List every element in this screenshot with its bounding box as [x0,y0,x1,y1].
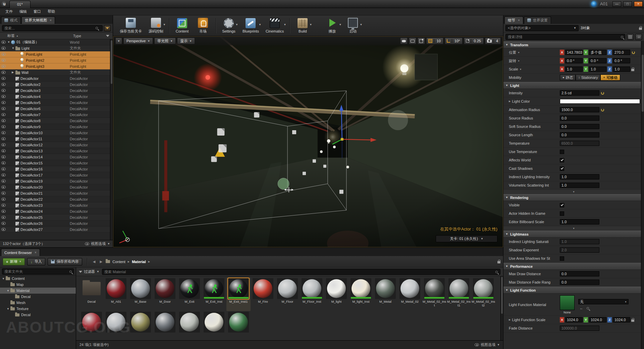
scale-snap-value[interactable]: 0.25 [471,39,483,43]
outliner-filter-button[interactable] [104,25,111,31]
outliner-row[interactable]: DecalActor19DecalActor [0,178,113,184]
section-header-performance[interactable]: ▼Performance [503,263,644,270]
asset-item[interactable]: M_Door [153,278,177,311]
toolbar-button-source-control[interactable]: ▼源码控制 [145,16,167,35]
close-icon[interactable]: × [518,18,520,22]
back-button[interactable]: ◀ [92,260,97,263]
maximize-viewport-button[interactable] [418,38,425,44]
tab-content-browser[interactable]: Content Browser× [1,249,40,256]
outliner-row[interactable]: DecalActor7DecalActor [0,112,113,118]
outliner-row[interactable]: DecalActor20DecalActor [0,184,113,190]
mobility-option-2[interactable]: +可移动 [600,74,620,81]
asset-item[interactable]: M_Metal_02 [398,278,422,311]
outliner-row[interactable]: ▼Light文件夹 [0,45,113,51]
outliner-row[interactable]: DecalActor3DecalActor [0,88,113,94]
camera-speed-control[interactable]: 4 [485,38,501,44]
dropdown-arrow-icon[interactable]: ▼ [259,23,261,26]
viewport-options-button[interactable]: ▼ [115,38,122,44]
z-value-field[interactable]: 0.0 ° [613,58,630,63]
y-value-field[interactable]: 多个值 [589,50,606,55]
material-select-dropdown[interactable]: 无▼ [578,299,629,304]
add-new-button[interactable]: + 新增 ▼ [3,258,25,265]
outliner-row[interactable]: DecalActor15DecalActor [0,160,113,166]
visibility-toggle[interactable] [0,228,7,231]
visibility-toggle[interactable] [0,65,7,68]
asset-item[interactable] [153,311,177,340]
expand-arrow-icon[interactable]: ▶ [509,318,511,321]
outliner-row[interactable]: DecalActor14DecalActor [0,154,113,160]
tab-details[interactable]: 细节× [504,16,523,24]
outliner-row[interactable]: DecalActor25DecalActor [0,214,113,220]
outliner-row[interactable]: ▶Wall文件夹 [0,69,113,76]
game-view-button[interactable] [400,38,408,44]
z-value-field[interactable]: 270.0 [613,50,630,55]
visibility-toggle[interactable] [0,41,7,44]
outliner-row[interactable]: DecalActorDecalActor [0,76,113,82]
visibility-toggle[interactable] [0,59,7,62]
asset-item[interactable]: M_Metal_02_Inst2 [471,278,495,311]
asset-item[interactable]: M_Exit_Inst [202,278,226,311]
toolbar-button-blueprints[interactable]: ▼Blueprints [239,16,262,35]
asset-item[interactable] [226,311,251,340]
view-mode-button[interactable]: 带光照 ▼ [154,38,176,44]
outliner-row[interactable]: DecalActor10DecalActor [0,130,113,136]
maximize-button[interactable]: □ [623,1,632,7]
value-field[interactable]: 1500.0 [560,107,599,112]
lock-icon[interactable] [631,319,634,322]
checkbox[interactable] [560,256,564,261]
asset-item[interactable] [128,311,153,340]
visibility-toggle[interactable] [0,180,7,183]
dropdown-arrow-icon[interactable]: ▼ [339,23,341,26]
light-color-swatch[interactable] [560,99,640,104]
reset-to-default-icon[interactable] [601,92,604,95]
z-value-field[interactable]: 1.0 [613,66,630,72]
outliner-row[interactable]: DecalActor13DecalActor [0,148,113,154]
menu-item[interactable]: 编辑 [16,8,30,15]
value-field[interactable]: 0.0 [560,115,599,121]
outliner-row[interactable]: DecalActor6DecalActor [0,106,113,112]
outliner-row[interactable]: DecalActor12DecalActor [0,142,113,148]
tab-modes[interactable]: 模式 [1,16,21,24]
details-search-input[interactable] [505,34,625,40]
view-options-button[interactable]: 视图选项 ▼ [85,241,110,246]
visibility-toggle[interactable] [0,125,7,128]
value-field[interactable]: 1.0 [560,219,599,225]
advanced-expander[interactable]: ▼ [503,226,644,231]
asset-search-input[interactable] [102,269,500,275]
visibility-toggle[interactable] [0,131,7,134]
selected-object-dropdown[interactable]: <选中的对象> ▼ [505,25,579,31]
camera-speed-value[interactable]: 4 [493,39,500,43]
screenshot-button[interactable] [409,38,416,44]
expander-icon[interactable]: ▼ [7,289,10,292]
outliner-row[interactable]: DecalActor9DecalActor [0,124,113,130]
visibility-toggle[interactable] [0,204,7,207]
folder-tree-item[interactable]: ▼Content [0,276,76,282]
x-value-field[interactable]: 0.0 ° [565,58,583,63]
visibility-toggle[interactable] [0,107,7,110]
show-flags-button[interactable]: 显示 ▼ [177,38,195,44]
lock-icon[interactable] [497,261,500,263]
display-filter-button[interactable] [635,34,642,40]
expand-arrow-icon[interactable]: ▶ [509,100,511,103]
visibility-toggle[interactable] [0,89,7,92]
outliner-scrollbar[interactable] [110,39,113,240]
expander-icon[interactable]: ▼ [12,47,15,50]
asset-item[interactable]: M_Exit [177,278,202,311]
x-value-field[interactable]: 143.78033 [565,50,583,55]
toolbar-button-save[interactable]: 保存当前关卡 [116,16,145,35]
visibility-toggle[interactable] [0,71,7,74]
filters-button[interactable]: 过滤器 ▼ [79,269,99,274]
toolbar-button-settings[interactable]: ▼Settings [218,16,239,35]
dropdown-arrow-icon[interactable]: ▼ [309,23,312,26]
visibility-toggle[interactable] [0,198,7,201]
visibility-toggle[interactable] [0,77,7,80]
lock-icon[interactable] [631,69,634,71]
toolbar-button-launch[interactable]: ▼启动 [342,16,363,35]
section-header-light[interactable]: ▼Light [503,82,644,89]
label-column-header[interactable]: 标签 ▲ [7,33,73,38]
dropdown-arrow-icon[interactable]: ▼ [360,23,362,26]
type-column-header[interactable]: Type [73,34,113,38]
close-icon[interactable]: × [50,18,52,22]
section-header-transform[interactable]: ▼Transform [503,41,644,48]
outliner-row[interactable]: DecalActor24DecalActor [0,208,113,214]
